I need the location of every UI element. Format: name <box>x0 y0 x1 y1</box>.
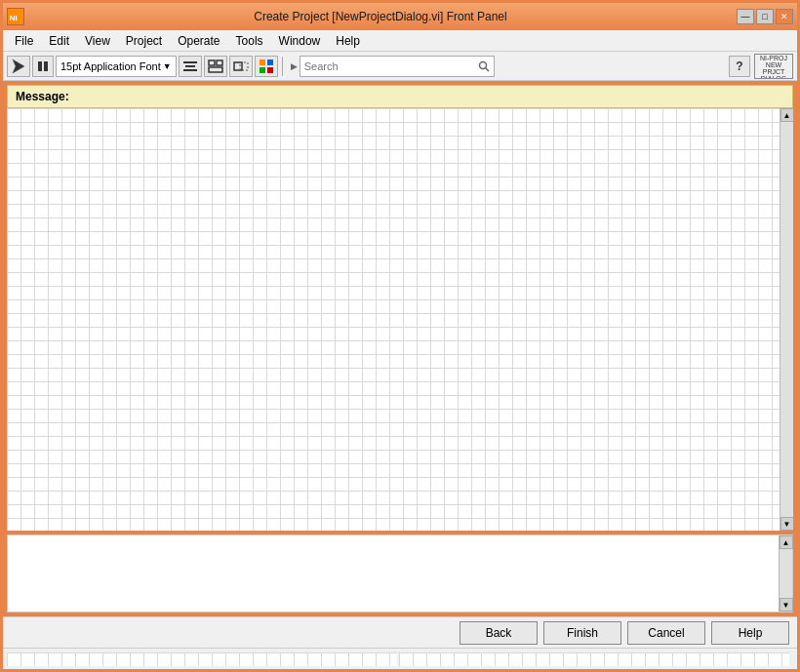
menu-file[interactable]: File <box>7 32 41 50</box>
message-label: Message: <box>16 90 69 103</box>
status-cells <box>7 652 789 666</box>
menu-tools[interactable]: Tools <box>228 32 271 50</box>
grid-area[interactable] <box>7 108 780 531</box>
svg-text:NI: NI <box>10 14 18 22</box>
search-box[interactable] <box>300 56 495 77</box>
message-banner: Message: <box>7 85 793 108</box>
finish-button[interactable]: Finish <box>543 621 621 645</box>
toolbar-separator-1 <box>282 57 283 76</box>
color-button[interactable] <box>255 56 278 77</box>
menu-help[interactable]: Help <box>328 32 368 50</box>
grid-wrapper: ▲ ▼ <box>7 108 793 531</box>
status-grid-right <box>399 652 789 666</box>
svg-rect-5 <box>183 61 197 63</box>
font-selector[interactable]: 15pt Application Font ▼ <box>56 56 177 77</box>
cancel-button[interactable]: Cancel <box>627 621 705 645</box>
resize-button[interactable] <box>229 56 253 77</box>
svg-rect-15 <box>260 67 265 73</box>
search-input[interactable] <box>304 60 476 72</box>
title-bar-left: NI <box>7 8 24 25</box>
svg-rect-16 <box>267 67 273 73</box>
svg-marker-2 <box>13 59 24 73</box>
help-icon: ? <box>736 59 742 73</box>
help-dialog-button[interactable]: Help <box>711 621 789 645</box>
menu-window[interactable]: Window <box>271 32 329 50</box>
svg-rect-4 <box>44 61 48 71</box>
menu-project[interactable]: Project <box>118 32 170 50</box>
distribute-button[interactable] <box>204 56 227 77</box>
svg-line-18 <box>485 67 489 71</box>
arrow-tool-button[interactable] <box>7 56 30 77</box>
svg-point-17 <box>479 61 486 68</box>
svg-rect-3 <box>38 61 42 71</box>
menu-view[interactable]: View <box>77 32 118 50</box>
menu-operate[interactable]: Operate <box>170 32 227 50</box>
svg-rect-11 <box>234 62 242 70</box>
svg-rect-9 <box>217 60 222 65</box>
status-bar <box>3 648 797 669</box>
svg-rect-8 <box>209 60 215 65</box>
menu-edit[interactable]: Edit <box>41 32 77 50</box>
maximize-button[interactable]: □ <box>756 9 774 24</box>
bottom-text-area[interactable] <box>8 535 792 612</box>
help-button[interactable]: ? <box>729 56 750 77</box>
bottom-panel[interactable]: ▲ ▼ <box>7 534 793 613</box>
button-row: Back Finish Cancel Help <box>3 616 797 648</box>
grid-canvas <box>7 108 780 531</box>
bottom-scroll-up-button[interactable]: ▲ <box>780 535 793 549</box>
window-title: Create Project [NewProjectDialog.vi] Fro… <box>24 10 737 23</box>
font-dropdown-icon[interactable]: ▼ <box>163 61 172 71</box>
vertical-scrollbar[interactable]: ▲ ▼ <box>780 108 793 531</box>
back-button[interactable]: Back <box>460 621 538 645</box>
scroll-down-button[interactable]: ▼ <box>780 517 794 531</box>
main-content: Message: ▲ ▼ ▲ ▼ <box>3 81 797 616</box>
svg-rect-10 <box>209 67 222 72</box>
bottom-scroll-down-button[interactable]: ▼ <box>780 598 793 612</box>
status-grid-left <box>7 652 397 666</box>
svg-rect-14 <box>267 59 273 65</box>
scroll-up-button[interactable]: ▲ <box>780 108 794 122</box>
main-window: NI Create Project [NewProjectDialog.vi] … <box>0 0 800 672</box>
minimize-button[interactable]: — <box>737 9 754 24</box>
pause-button[interactable] <box>32 56 54 77</box>
menu-bar: File Edit View Project Operate Tools Win… <box>3 30 797 52</box>
toolbar: 15pt Application Font ▼ <box>3 52 797 81</box>
search-icon <box>478 60 490 72</box>
thumb-label: NI-PROJNEWPRJCTDIALOG <box>755 55 792 79</box>
bottom-panel-scrollbar[interactable]: ▲ ▼ <box>779 535 792 612</box>
search-arrow-icon: ▶ <box>291 61 298 71</box>
svg-rect-13 <box>260 59 265 65</box>
svg-rect-6 <box>185 65 195 67</box>
close-button[interactable]: ✕ <box>776 9 793 24</box>
app-icon: NI <box>7 8 24 25</box>
title-bar: NI Create Project [NewProjectDialog.vi] … <box>3 3 797 30</box>
align-button[interactable] <box>179 56 202 77</box>
svg-rect-12 <box>240 62 248 70</box>
thumbnail-panel: NI-PROJNEWPRJCTDIALOG <box>754 54 793 79</box>
font-name-label: 15pt Application Font <box>60 60 161 72</box>
svg-rect-7 <box>183 69 197 71</box>
window-controls: — □ ✕ <box>737 9 793 24</box>
